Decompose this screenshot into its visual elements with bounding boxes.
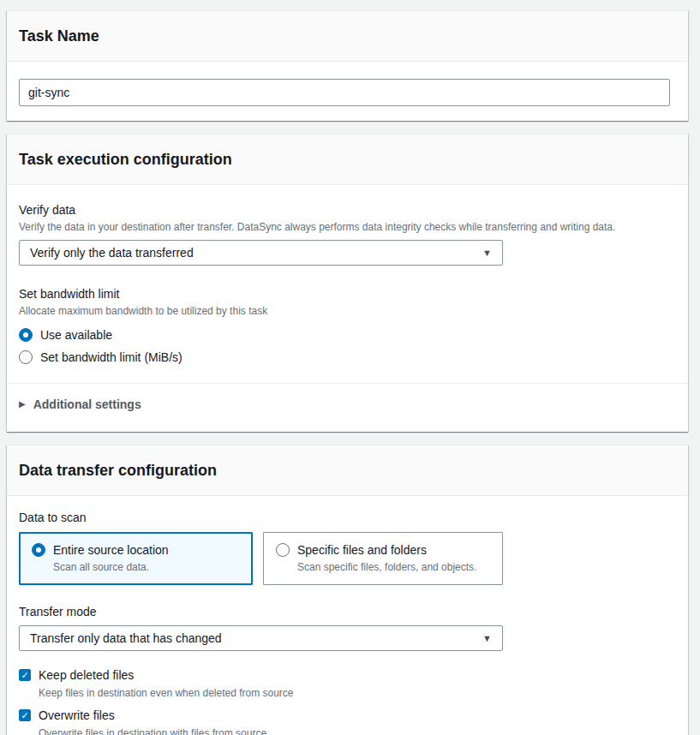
overwrite-files-label: Overwrite files [39,708,115,722]
data-transfer-card: Data transfer configuration Data to scan… [7,445,688,735]
bandwidth-description: Allocate maximum bandwidth to be utilize… [19,304,670,318]
verify-data-select-value: Verify only the data transferred [30,246,482,260]
tile-head: Specific files and folders [276,543,490,557]
transfer-options: ✓ Keep deleted files Keep files in desti… [19,668,670,735]
task-name-card-body [7,62,688,121]
tile-entire-source-location-title: Entire source location [53,543,169,557]
radio-use-available-label: Use available [40,328,112,342]
bandwidth-field: Set bandwidth limit Allocate maximum ban… [19,286,670,364]
task-execution-title: Task execution configuration [19,150,671,169]
radio-button-icon[interactable] [32,543,45,557]
transfer-mode-field: Transfer mode Transfer only data that ha… [19,604,670,651]
overwrite-files-description: Overwrite files in destination with file… [39,726,670,735]
tile-specific-files-folders-title: Specific files and folders [297,543,427,557]
data-to-scan-tiles: Entire source location Scan all source d… [19,532,670,585]
radio-set-bandwidth-limit-label: Set bandwidth limit (MiB/s) [40,350,182,364]
checkbox-keep-deleted-files[interactable]: ✓ Keep deleted files [19,668,670,682]
task-execution-card: Task execution configuration Verify data… [7,134,688,432]
dropdown-arrow-icon: ▼ [482,248,492,258]
keep-deleted-files-label: Keep deleted files [39,668,134,682]
task-name-input[interactable] [19,79,670,106]
verify-data-label: Verify data [19,202,670,218]
tile-head: Entire source location [32,543,240,557]
transfer-mode-label: Transfer mode [19,604,670,619]
checkbox-overwrite-files[interactable]: ✓ Overwrite files [19,708,670,722]
radio-use-available[interactable]: Use available [19,328,670,342]
tile-entire-source-location[interactable]: Entire source location Scan all source d… [19,532,253,585]
task-name-title: Task Name [19,27,671,45]
tile-specific-files-folders-description: Scan specific files, folders, and object… [297,560,490,574]
task-execution-card-header: Task execution configuration [7,134,688,185]
task-execution-card-footer: ▶ Additional settings [7,383,688,432]
dropdown-arrow-icon: ▼ [482,634,492,643]
verify-data-field: Verify data Verify the data in your dest… [19,202,670,266]
create-task-page: Task Name Task execution configuration V… [0,0,700,735]
data-transfer-title: Data transfer configuration [19,461,671,480]
radio-button-icon[interactable] [276,543,290,557]
data-to-scan-field: Data to scan Entire source location Scan… [19,510,670,585]
task-name-card: Task Name [7,10,688,121]
data-to-scan-label: Data to scan [19,510,670,525]
checkbox-checked-icon[interactable]: ✓ [19,669,31,681]
radio-set-bandwidth-limit[interactable]: Set bandwidth limit (MiB/s) [19,350,670,364]
radio-button-icon[interactable] [19,350,33,364]
verify-data-description: Verify the data in your destination afte… [19,220,670,234]
data-transfer-card-body: Data to scan Entire source location Scan… [7,496,688,735]
verify-data-select[interactable]: Verify only the data transferred ▼ [19,240,503,266]
additional-settings-expander[interactable]: ▶ Additional settings [19,397,676,411]
task-execution-card-body: Verify data Verify the data in your dest… [7,185,688,383]
additional-settings-label: Additional settings [33,397,141,411]
tile-entire-source-location-description: Scan all source data. [53,560,240,574]
checkbox-checked-icon[interactable]: ✓ [19,709,31,721]
keep-deleted-files-description: Keep files in destination even when dele… [39,686,670,700]
transfer-mode-select-value: Transfer only data that has changed [30,631,482,645]
transfer-mode-select[interactable]: Transfer only data that has changed ▼ [19,625,503,651]
data-transfer-card-header: Data transfer configuration [7,445,688,496]
bandwidth-label: Set bandwidth limit [19,286,670,302]
radio-button-icon[interactable] [19,328,33,342]
task-name-card-header: Task Name [7,11,688,62]
expander-triangle-icon: ▶ [19,400,26,409]
tile-specific-files-folders[interactable]: Specific files and folders Scan specific… [263,532,503,585]
